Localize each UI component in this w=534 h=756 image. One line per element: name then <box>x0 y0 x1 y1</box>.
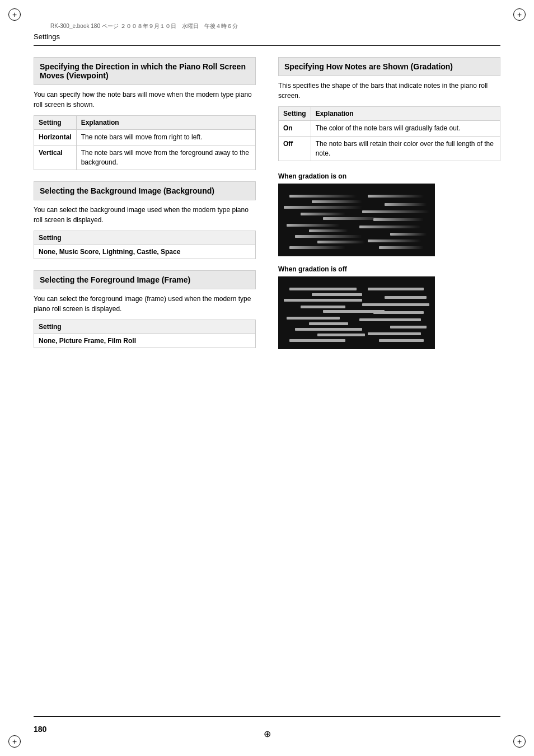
grad-on-explanation: The color of the note bars will graduall… <box>311 121 500 137</box>
reg-mark-tr <box>513 8 526 21</box>
table-row: Horizontal The note bars will move from … <box>34 130 256 145</box>
section-viewpoint: Specifying the Direction in which the Pi… <box>34 57 256 170</box>
viewpoint-col1-header: Setting <box>34 116 77 130</box>
col-right: Specifying How Notes are Shown (Gradatio… <box>278 57 500 359</box>
viewpoint-col2-header: Explanation <box>76 116 255 130</box>
grad-on-setting: On <box>279 121 311 137</box>
gradation-col1-header: Setting <box>279 107 311 121</box>
page-number: 180 <box>34 725 46 734</box>
gradation-table: Setting Explanation On The color of the … <box>278 106 500 161</box>
section-gradation: Specifying How Notes are Shown (Gradatio… <box>278 57 500 349</box>
frame-col-header: Setting <box>34 320 256 334</box>
table-row: None, Music Score, Lightning, Castle, Sp… <box>34 245 256 259</box>
row2-setting: Vertical <box>34 145 77 170</box>
section-frame-body: You can select the foreground image (fra… <box>34 294 256 314</box>
section-gradation-body: This specifies the shape of the bars tha… <box>278 81 500 101</box>
table-row: None, Picture Frame, Film Roll <box>34 334 256 348</box>
section-frame-heading: Selecting the Foreground Image (Frame) <box>34 270 256 289</box>
frame-table: Setting None, Picture Frame, Film Roll <box>34 320 256 348</box>
reg-mark-br <box>513 735 526 748</box>
section-background-body: You can select the background image used… <box>34 205 256 225</box>
table-row: Off The note bars will retain their colo… <box>279 136 500 161</box>
background-table: Setting None, Music Score, Lightning, Ca… <box>34 231 256 259</box>
row1-setting: Horizontal <box>34 130 77 145</box>
when-on-label: When gradation is on <box>278 172 500 180</box>
piano-roll-on-image <box>278 184 435 256</box>
background-values: None, Music Score, Lightning, Castle, Sp… <box>34 245 256 259</box>
section-background-heading: Selecting the Background Image (Backgrou… <box>34 181 256 200</box>
grad-off-setting: Off <box>279 136 311 161</box>
section-label: Settings <box>34 32 60 41</box>
reg-mark-tl <box>8 8 21 21</box>
background-col-header: Setting <box>34 231 256 245</box>
table-row: Vertical The note bars will move from th… <box>34 145 256 170</box>
section-viewpoint-body: You can specify how the note bars will m… <box>34 90 256 110</box>
reg-mark-bl <box>8 735 21 748</box>
bottom-center-mark <box>261 728 273 739</box>
section-frame: Selecting the Foreground Image (Frame) Y… <box>34 270 256 348</box>
col-left: Specifying the Direction in which the Pi… <box>34 57 256 359</box>
section-gradation-heading: Specifying How Notes are Shown (Gradatio… <box>278 57 500 76</box>
row1-explanation: The note bars will move from right to le… <box>76 130 255 145</box>
section-viewpoint-heading: Specifying the Direction in which the Pi… <box>34 57 256 85</box>
frame-values: None, Picture Frame, Film Roll <box>34 334 256 348</box>
table-row: On The color of the note bars will gradu… <box>279 121 500 137</box>
viewpoint-table: Setting Explanation Horizontal The note … <box>34 115 256 170</box>
bottom-divider <box>34 716 500 717</box>
page: RK-300_e.book 180 ページ ２００８年９月１０日 水曜日 午後４… <box>0 0 534 756</box>
grad-off-explanation: The note bars will retain their color ov… <box>311 136 500 161</box>
row2-explanation: The note bars will move from the foregro… <box>76 145 255 170</box>
section-background: Selecting the Background Image (Backgrou… <box>34 181 256 259</box>
main-divider <box>34 45 500 46</box>
piano-roll-off-image <box>278 276 435 349</box>
when-off-label: When gradation is off <box>278 265 500 273</box>
content-area: Specifying the Direction in which the Pi… <box>34 57 500 359</box>
gradation-col2-header: Explanation <box>311 107 500 121</box>
header-line: RK-300_e.book 180 ページ ２００８年９月１０日 水曜日 午後４… <box>50 22 500 30</box>
